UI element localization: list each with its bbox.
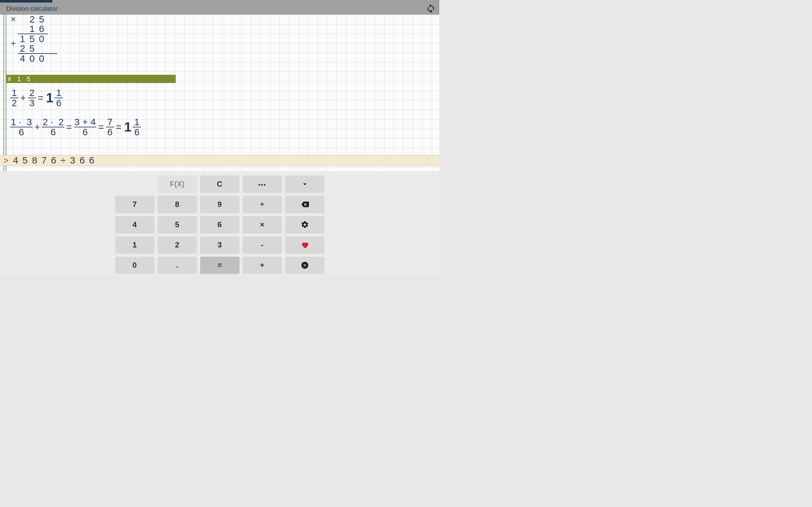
step-banner: # 1 5 [6,75,176,83]
digit-9[interactable]: 9 [200,196,240,213]
fraction-expression-2: 1 · 36 + 2 · 26 = 3 + 46 = 76 = 1 16 [10,117,141,137]
equals-key[interactable]: = [200,257,240,274]
digit-7[interactable]: 7 [115,196,154,213]
fraction-expression-1: 12 + 23 = 1 16 [10,88,63,108]
key-blank [115,176,154,193]
digit-3[interactable]: 3 [200,236,240,253]
decimal-key[interactable]: . [158,257,197,274]
keypad-grid: F(X)C789÷456×123-0.=+ [115,176,324,274]
close-key[interactable] [285,257,324,274]
backspace-icon [301,200,309,209]
gear-icon [301,221,309,229]
backspace-key[interactable] [285,196,324,213]
multiply-key[interactable]: × [243,216,282,233]
progress-crumb [0,0,439,3]
more-key[interactable] [243,176,282,193]
plus-key[interactable]: + [243,257,282,274]
sync-icon [426,4,436,13]
digit-2[interactable]: 2 [158,236,197,253]
margin-line [6,14,6,171]
function-key[interactable]: F(X) [158,176,197,193]
digit-0[interactable]: 0 [115,257,154,274]
digit-1[interactable]: 1 [115,236,154,253]
page-title: Division calculator [6,5,57,12]
ellipsis-icon [258,180,266,188]
heart-icon [301,241,309,249]
prompt-symbol: > [1,156,11,165]
sync-button[interactable] [426,4,436,13]
digit-8[interactable]: 8 [158,196,197,213]
input-row[interactable]: > 4 5 8 7 6 ÷ 3 6 6 [0,155,439,165]
close-circle-icon [301,261,309,269]
digit-5[interactable]: 5 [158,216,197,233]
favorite-key[interactable] [285,236,324,253]
times-symbol: × [9,14,18,24]
grid-layer [0,14,439,171]
worksheet[interactable]: × 2 5 1 6 + 1 5 0 2 5 4 0 0 [0,14,439,171]
settings-key[interactable] [285,216,324,233]
title-bar: Division calculator [0,3,439,14]
margin-line [3,14,4,171]
collapse-key[interactable] [285,176,324,193]
minus-key[interactable]: - [243,236,282,253]
plus-symbol: + [9,38,18,49]
chevron-down-icon [301,180,309,188]
multiplication-block: × 2 5 1 6 + 1 5 0 2 5 4 0 0 [9,14,57,63]
digit-6[interactable]: 6 [200,216,240,233]
divide-key[interactable]: ÷ [243,196,282,213]
keypad-panel: F(X)C789÷456×123-0.=+ [0,171,439,274]
clear-key[interactable]: C [200,176,240,193]
digit-4[interactable]: 4 [115,216,154,233]
